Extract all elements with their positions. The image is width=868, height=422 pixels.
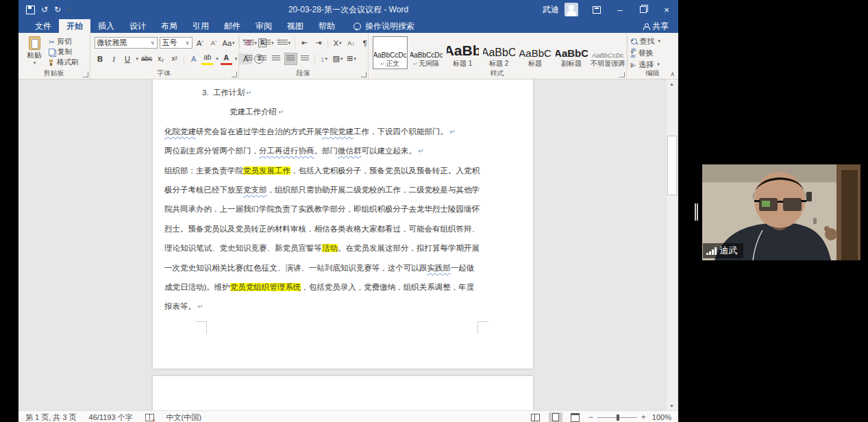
highlight-caret-icon[interactable]: ▾ — [216, 56, 219, 62]
language-indicator[interactable]: 中文(中国) — [166, 412, 201, 422]
align-center-button[interactable] — [257, 53, 269, 64]
scroll-down-arrow-icon[interactable]: ▼ — [667, 401, 677, 410]
share-label: 共享 — [652, 21, 669, 32]
tab-插入[interactable]: 插入 — [90, 19, 122, 33]
bullets-button[interactable]: ▾ — [243, 38, 258, 49]
cut-button[interactable]: ✂剪切 — [49, 37, 79, 47]
share-button[interactable]: 共享 — [643, 19, 678, 33]
font-color-button[interactable]: A — [221, 52, 232, 65]
font-dialog-launcher[interactable] — [232, 72, 237, 77]
style-无间隔[interactable]: AaBbCcDc↵无间隔 — [409, 36, 444, 69]
font-size-value: 五号 — [162, 38, 177, 48]
tab-引用[interactable]: 引用 — [185, 19, 216, 33]
asian-layout-button[interactable]: X▾ — [332, 38, 343, 49]
tab-审阅[interactable]: 审阅 — [248, 19, 280, 33]
scroll-up-arrow-icon[interactable]: ▲ — [667, 79, 677, 88]
borders-button[interactable]: ⊞▾ — [346, 53, 358, 64]
italic-button[interactable]: I — [108, 53, 120, 64]
document-page-2[interactable] — [153, 376, 533, 410]
page-indicator[interactable]: 第 1 页, 共 3 页 — [25, 412, 77, 422]
underline-caret-icon[interactable]: ▾ — [136, 56, 139, 62]
paragraph-dialog-launcher[interactable] — [361, 72, 367, 77]
font-size-select[interactable]: 五号∨ — [160, 37, 193, 49]
numbering-button[interactable]: ▾ — [260, 38, 275, 49]
scrollbar-thumb[interactable] — [667, 136, 677, 195]
document-page-1[interactable]: 3. 工作计划↵党建工作介绍↵化院党建研究会旨在通过学生自治的方式开展学院党建工… — [153, 79, 533, 369]
align-right-button[interactable] — [271, 53, 282, 64]
line-spacing-button[interactable]: ↕▾ — [319, 53, 330, 64]
zoom-control: − + — [588, 412, 646, 422]
styles-dialog-launcher[interactable] — [619, 72, 625, 77]
text-effects-button[interactable]: A — [188, 53, 199, 64]
text-run: 3. 工作计划 — [202, 88, 245, 97]
signed-in-user[interactable]: 武迪 — [537, 4, 565, 16]
justify-button[interactable] — [284, 53, 297, 65]
sort-button[interactable]: A↓ — [345, 38, 357, 49]
tab-邮件[interactable]: 邮件 — [216, 19, 248, 33]
word-count[interactable]: 46/1193 个字 — [89, 412, 133, 422]
font-color-caret-icon[interactable]: ▾ — [235, 56, 238, 62]
print-layout-button[interactable] — [549, 412, 562, 422]
multilevel-list-button[interactable]: ▾ — [277, 38, 292, 49]
style-正文[interactable]: AaBbCcDc↵正文 — [373, 36, 408, 69]
superscript-button[interactable]: x² — [169, 53, 180, 64]
distribute-button[interactable] — [299, 53, 311, 64]
grow-font-button[interactable]: A — [195, 38, 206, 49]
underline-button[interactable]: U — [122, 53, 134, 64]
tab-视图[interactable]: 视图 — [280, 19, 311, 33]
save-icon[interactable] — [26, 5, 35, 14]
user-avatar[interactable] — [565, 3, 578, 16]
minimize-button[interactable]: – — [608, 0, 632, 19]
redo-icon[interactable]: ↻ — [54, 5, 61, 14]
tab-文件[interactable]: 文件 — [27, 19, 59, 33]
subscript-button[interactable]: x₂ — [155, 53, 166, 64]
collapse-ribbon-icon[interactable]: ∧ — [670, 71, 675, 77]
style-标题 1[interactable]: AaBb标题 1 — [445, 36, 480, 69]
web-layout-button[interactable] — [569, 412, 582, 422]
zoom-slider-thumb[interactable] — [617, 414, 619, 421]
paragraph-mark-icon: ↵ — [278, 108, 284, 116]
video-panel-handle[interactable] — [695, 203, 698, 221]
close-button[interactable]: × — [655, 0, 678, 19]
tab-设计[interactable]: 设计 — [122, 19, 153, 33]
zoom-in-button[interactable]: + — [641, 412, 646, 422]
clipboard-group: 粘贴 ▾ ✂剪切 复制 格式刷 剪贴板 — [18, 33, 90, 79]
tab-帮助[interactable]: 帮助 — [311, 19, 343, 33]
tab-布局[interactable]: 布局 — [153, 19, 185, 33]
read-mode-button[interactable] — [529, 412, 543, 422]
zoom-out-button[interactable]: − — [588, 412, 593, 422]
clipboard-dialog-launcher[interactable] — [83, 72, 88, 77]
webcam-video[interactable]: 迪武 — [702, 164, 860, 260]
vertical-scrollbar[interactable]: ▲ ▼ — [666, 79, 677, 410]
align-left-button[interactable] — [243, 53, 255, 64]
replace-button[interactable]: abac替换 — [631, 48, 661, 58]
strikethrough-button[interactable]: abc — [140, 53, 153, 64]
zoom-slider[interactable] — [597, 417, 637, 418]
increase-indent-button[interactable]: ⇥ — [312, 38, 324, 49]
ribbon-display-options-button[interactable] — [585, 0, 608, 19]
proofing-errors-icon[interactable] — [145, 414, 154, 421]
bold-button[interactable]: B — [95, 53, 106, 64]
customize-qat-caret-icon[interactable]: ▾ — [68, 7, 71, 12]
shading-button[interactable]: ▨▾ — [332, 53, 344, 64]
shrink-font-button[interactable]: A — [208, 38, 220, 49]
format-painter-button[interactable]: 格式刷 — [49, 58, 79, 67]
text-run: 党建工作介绍 — [230, 108, 277, 116]
text-highlight-color-button[interactable]: ab — [201, 52, 213, 65]
style-副标题[interactable]: AaBbC副标题 — [554, 36, 589, 69]
find-button[interactable]: 查找▾ — [631, 36, 661, 47]
change-case-button[interactable]: Aa▾ — [222, 38, 236, 49]
tell-me-search[interactable]: 操作说明搜索 — [354, 19, 414, 33]
restore-button[interactable] — [632, 0, 655, 19]
style-标题 2[interactable]: AaBbC标题 2 — [482, 36, 517, 69]
style-不明显强调[interactable]: AaBbCcDc不明显强调 — [591, 36, 625, 69]
paste-button[interactable]: 粘贴 ▾ — [23, 36, 46, 69]
zoom-level[interactable]: 100% — [652, 413, 671, 421]
tab-开始[interactable]: 开始 — [59, 19, 90, 33]
decrease-indent-button[interactable]: ⇤ — [299, 38, 310, 49]
copy-button[interactable]: 复制 — [49, 47, 79, 57]
undo-icon[interactable]: ↺ — [41, 5, 48, 14]
font-name-select[interactable]: 微软雅黑∨ — [95, 37, 158, 49]
style-标题[interactable]: AaBbC标题 — [518, 36, 553, 69]
restore-icon — [640, 6, 647, 13]
